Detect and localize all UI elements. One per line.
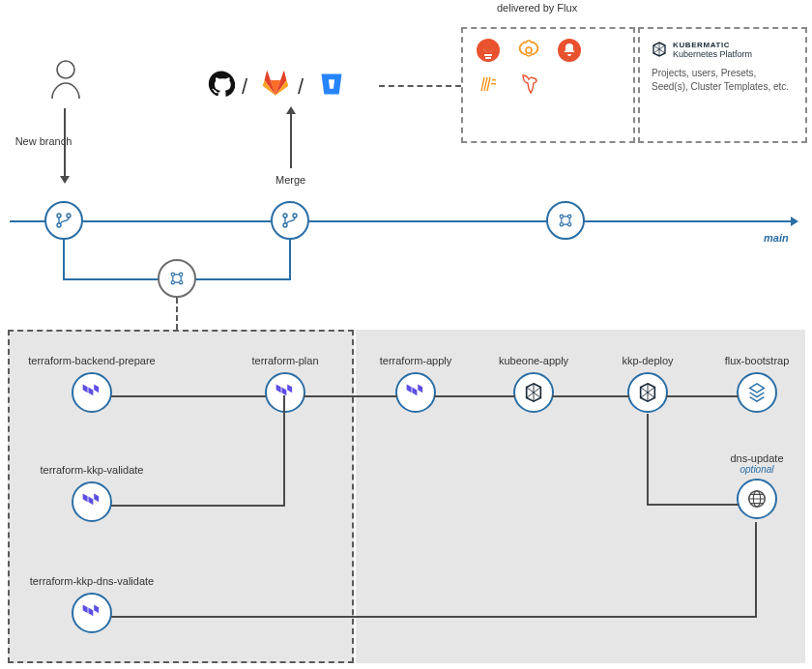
- connector-r1-a: [111, 395, 266, 397]
- svg-point-1: [526, 47, 532, 53]
- svg-point-9: [293, 214, 297, 218]
- grafana-icon: [517, 39, 540, 62]
- vcs-to-flux-connector: [379, 85, 461, 87]
- svg-point-11: [568, 215, 571, 218]
- globe-icon: [737, 479, 777, 519]
- svg-point-8: [283, 223, 287, 227]
- step-dns-update: dns-update optional: [699, 452, 812, 519]
- svg-point-3: [57, 61, 74, 78]
- merge-label: Merge: [276, 174, 305, 186]
- terraform-icon: [265, 372, 305, 413]
- step-tf-plan: terraform-plan: [227, 355, 343, 413]
- connector-r3-h: [111, 616, 757, 618]
- step-label: kkp-deploy: [622, 355, 673, 366]
- alertmanager-icon: [558, 39, 581, 62]
- svg-point-10: [560, 215, 563, 218]
- connector-kkp-dns-v: [647, 414, 649, 506]
- kubermatic-title-light: Kubernetes Platform: [673, 49, 752, 59]
- svg-point-4: [57, 214, 61, 218]
- step-label: dns-update: [730, 452, 783, 464]
- git-merge-node: [271, 201, 309, 240]
- flux-components-box: [461, 27, 635, 143]
- kubermatic-title-bold: KUBERMATIC: [673, 41, 752, 49]
- kubermatic-icon: [652, 42, 667, 59]
- merge-arrow-line: [290, 114, 292, 168]
- kubermatic-box: KUBERMATIC Kubernetes Platform Projects,…: [638, 27, 807, 143]
- connector-r1-e: [666, 395, 739, 397]
- terraform-icon: [72, 372, 112, 413]
- step-label: kubeone-apply: [499, 355, 568, 366]
- connector-r2-up: [283, 395, 285, 507]
- gitlab-icon: [261, 70, 290, 99]
- connector-r3-v: [755, 522, 757, 618]
- step-label: terraform-plan: [251, 355, 318, 366]
- connector-kkp-dns-h: [647, 504, 739, 506]
- svg-point-15: [180, 273, 183, 276]
- github-icon: [207, 70, 236, 99]
- pipeline-trigger-node: [158, 259, 196, 298]
- terraform-icon: [395, 372, 436, 413]
- svg-point-7: [283, 214, 287, 218]
- main-branch-arrow: [791, 217, 798, 226]
- user-icon: [48, 58, 83, 101]
- slash-2: /: [298, 74, 304, 100]
- delivered-by-flux-label: delivered by Flux: [497, 2, 577, 14]
- git-pipeline-node-main: [546, 201, 585, 240]
- prometheus-icon: [477, 39, 500, 62]
- svg-point-13: [568, 223, 571, 226]
- merge-arrow-head: [286, 106, 296, 114]
- branch-down: [63, 238, 65, 280]
- step-kubeone-apply: kubeone-apply: [476, 355, 592, 413]
- bitbucket-icon: [317, 70, 346, 99]
- pipeline-connector: [176, 298, 178, 330]
- svg-point-12: [560, 223, 563, 226]
- loki-icon: [477, 72, 500, 95]
- step-label: terraform-apply: [380, 355, 452, 366]
- step-tf-kkp-dns-validate: terraform-kkp-dns-validate: [34, 575, 150, 633]
- connector-r1-c: [434, 395, 515, 397]
- main-branch-line: [10, 220, 791, 222]
- svg-point-5: [57, 223, 61, 227]
- new-branch-arrow-line: [64, 108, 66, 176]
- step-tf-kkp-validate: terraform-kkp-validate: [34, 464, 150, 522]
- step-flux-bootstrap: flux-bootstrap: [699, 355, 812, 413]
- step-label: terraform-backend-prepare: [28, 355, 155, 366]
- main-label: main: [764, 232, 789, 244]
- kubermatic-body: Projects, users, Presets, Seed(s), Clust…: [652, 67, 794, 94]
- kubermatic-icon: [627, 372, 668, 413]
- optional-label: optional: [740, 464, 773, 475]
- step-label: terraform-kkp-dns-validate: [30, 575, 154, 587]
- step-tf-apply: terraform-apply: [358, 355, 474, 413]
- flux-icon: [737, 372, 777, 413]
- terraform-icon: [72, 481, 112, 522]
- connector-r1-d: [552, 395, 629, 397]
- step-kkp-deploy: kkp-deploy: [590, 355, 706, 413]
- connector-r1-b: [304, 395, 397, 397]
- svg-point-14: [171, 273, 174, 276]
- git-branch-node-1: [44, 201, 83, 240]
- svg-point-17: [180, 281, 183, 284]
- diagram-canvas: delivered by Flux: [0, 0, 812, 669]
- canary-icon: [517, 72, 540, 95]
- step-label: flux-bootstrap: [725, 355, 790, 366]
- step-tf-backend-prepare: terraform-backend-prepare: [34, 355, 150, 413]
- svg-point-16: [171, 281, 174, 284]
- branch-up: [289, 238, 291, 280]
- new-branch-arrow-head: [60, 176, 70, 184]
- kubeone-icon: [513, 372, 554, 413]
- step-label: terraform-kkp-validate: [41, 464, 144, 476]
- slash-1: /: [242, 74, 247, 100]
- terraform-icon: [72, 593, 112, 633]
- svg-point-6: [67, 214, 71, 218]
- connector-r2-a: [111, 505, 285, 507]
